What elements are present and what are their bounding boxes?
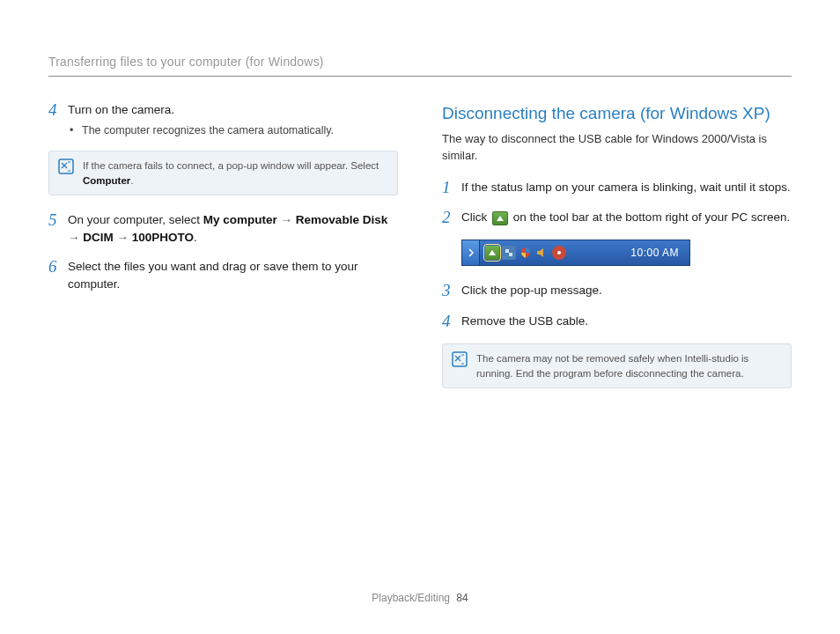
page-footer: Playback/Editing 84 (0, 591, 840, 606)
step-number: 5 (48, 211, 68, 246)
left-column: 4 Turn on the camera. • The computer rec… (48, 101, 398, 404)
step-3: 3 Click the pop-up message. (442, 282, 792, 300)
tray-volume-icon[interactable] (535, 246, 549, 260)
note-icon (58, 158, 74, 174)
step-5: 5 On your computer, select My computer →… (48, 211, 398, 246)
bullet-item: • The computer recognizes the camera aut… (70, 122, 398, 138)
step-number: 2 (442, 209, 461, 227)
svg-rect-4 (453, 352, 467, 366)
step-text: If the status lamp on your camera is bli… (461, 179, 792, 197)
tray-safely-remove-icon[interactable] (485, 246, 499, 260)
windows-taskbar-tray: 10:00 AM (461, 240, 690, 266)
svg-rect-1 (505, 249, 509, 253)
step-number: 6 (48, 258, 68, 292)
step-body: Turn on the camera. • The computer recog… (68, 101, 398, 138)
path-my-computer: My computer (203, 213, 277, 226)
step-4r: 4 Remove the USB cable. (442, 313, 792, 331)
note-box: If the camera fails to connect, a pop-up… (48, 151, 398, 195)
path-removable-disk: Removable Disk (296, 213, 387, 226)
tray-expand-chevron-icon[interactable] (462, 240, 480, 265)
step-body: Click on the tool bar at the bottom righ… (461, 209, 792, 227)
note-pre: If the camera fails to connect, a pop-up… (83, 160, 379, 171)
note-icon (452, 351, 468, 367)
right-column: Disconnecting the camera (for Windows XP… (442, 101, 792, 404)
arrow: → (68, 231, 83, 244)
note-text: The camera may not be removed safely whe… (476, 351, 782, 380)
step-6: 6 Select the files you want and drag or … (48, 258, 398, 292)
step-number: 3 (442, 282, 461, 300)
svg-rect-0 (59, 159, 73, 173)
arrow: → (114, 231, 132, 244)
content-columns: 4 Turn on the camera. • The computer rec… (48, 101, 792, 404)
tray-clock[interactable]: 10:00 AM (620, 246, 689, 261)
step-pre: On your computer, select (68, 213, 203, 226)
note-box: The camera may not be removed safely whe… (442, 343, 792, 388)
step-text: Turn on the camera. (68, 101, 398, 119)
step-body: On your computer, select My computer → R… (68, 211, 398, 246)
tray-network-icon[interactable] (502, 246, 516, 260)
bullet-text: The computer recognizes the camera autom… (82, 122, 334, 138)
tray-update-icon[interactable] (552, 246, 566, 260)
note-bold: Computer (83, 175, 130, 186)
arrow: → (277, 213, 296, 226)
step-1: 1 If the status lamp on your camera is b… (442, 179, 792, 197)
bullet-dot: • (70, 122, 82, 138)
step-number: 1 (442, 179, 461, 197)
page-header: Transferring files to your computer (for… (48, 53, 792, 77)
step-text: Click the pop-up message. (461, 282, 792, 300)
footer-page-number: 84 (456, 592, 468, 604)
svg-point-3 (557, 251, 561, 254)
step-number: 4 (48, 101, 68, 138)
step-4: 4 Turn on the camera. • The computer rec… (48, 101, 398, 138)
note-text: If the camera fails to connect, a pop-up… (83, 158, 388, 188)
step-number: 4 (442, 313, 461, 331)
path-dcim: DCIM (83, 231, 114, 244)
step-post: . (194, 231, 197, 244)
safely-remove-hardware-icon (492, 211, 508, 225)
step-text: Remove the USB cable. (461, 313, 792, 331)
tray-shield-icon[interactable] (519, 246, 533, 260)
step-pre: Click (461, 210, 490, 224)
step-post: on the tool bar at the bottom right of y… (513, 210, 790, 224)
svg-rect-2 (509, 253, 512, 256)
path-100photo: 100PHOTO (132, 231, 194, 244)
footer-section: Playback/Editing (372, 592, 450, 604)
tray-icons (480, 240, 571, 265)
step-2: 2 Click on the tool bar at the bottom ri… (442, 209, 792, 227)
note-post: . (130, 175, 133, 186)
step-text: Select the files you want and drag or sa… (68, 258, 398, 292)
section-heading: Disconnecting the camera (for Windows XP… (442, 101, 792, 126)
section-intro: The way to disconnect the USB cable for … (442, 131, 792, 165)
